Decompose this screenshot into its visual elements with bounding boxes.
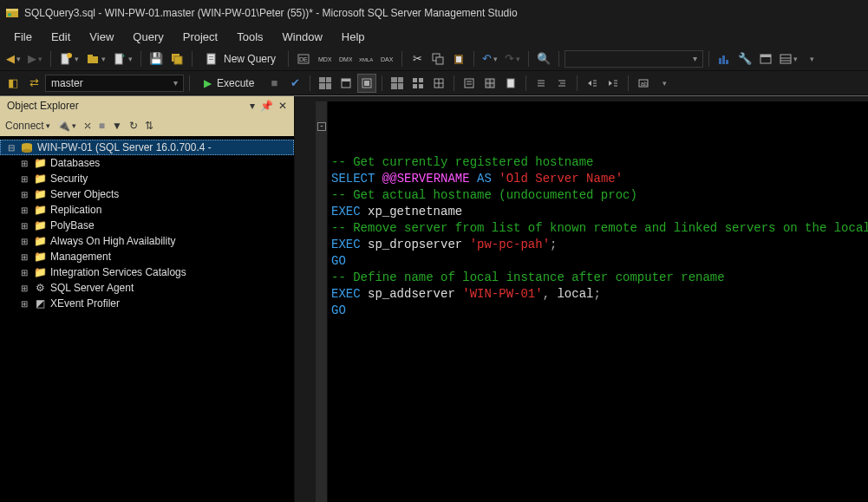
- comment-button[interactable]: [532, 74, 551, 93]
- client-stats-button[interactable]: [429, 74, 448, 93]
- menu-help[interactable]: Help: [333, 28, 374, 46]
- folder-icon: 📁: [33, 188, 47, 200]
- new-item-button[interactable]: ▾: [56, 49, 82, 68]
- results-to-text-button[interactable]: [460, 74, 479, 93]
- use-database-button[interactable]: ◧: [3, 74, 23, 93]
- redo-button[interactable]: ↷▾: [502, 49, 523, 68]
- parse-button[interactable]: ✔: [285, 74, 304, 93]
- estimated-plan-button[interactable]: [316, 74, 335, 93]
- tree-node-label: Replication: [50, 204, 101, 216]
- tree-node-isc[interactable]: ⊞ 📁 Integration Services Catalogs: [0, 264, 294, 280]
- new-query-button[interactable]: New Query: [198, 49, 283, 68]
- menu-query[interactable]: Query: [124, 28, 172, 46]
- svg-text:DAX: DAX: [381, 56, 394, 62]
- separator: [525, 75, 526, 91]
- query-type-buttons: DE MDX DMX XMLA DAX: [294, 49, 396, 68]
- increase-indent-button[interactable]: [604, 74, 623, 93]
- folder-icon: 📁: [33, 173, 47, 185]
- mdx-query-button[interactable]: MDX: [315, 49, 334, 68]
- connect-server-button[interactable]: 🔌▾: [57, 120, 76, 132]
- expand-icon: ⊞: [19, 174, 29, 184]
- tree-node-polybase[interactable]: ⊞ 📁 PolyBase: [0, 218, 294, 233]
- menu-edit[interactable]: Edit: [42, 28, 79, 46]
- uncomment-button[interactable]: [552, 74, 571, 93]
- panel-gutter[interactable]: [295, 96, 316, 502]
- expand-icon: ⊞: [19, 268, 29, 277]
- toolbar2-options-button[interactable]: ▾: [655, 74, 674, 93]
- refresh-button[interactable]: ↻: [129, 120, 138, 132]
- results-to-grid-button[interactable]: [480, 74, 499, 93]
- menu-project[interactable]: Project: [174, 28, 226, 46]
- save-button[interactable]: 💾: [147, 49, 166, 68]
- menu-window[interactable]: Window: [274, 28, 331, 46]
- save-all-button[interactable]: [167, 49, 186, 68]
- copy-button[interactable]: [428, 49, 447, 68]
- template-browser-button[interactable]: [756, 49, 775, 68]
- svg-rect-21: [436, 57, 443, 64]
- search-combo[interactable]: ▾: [565, 50, 703, 68]
- xmla-query-button[interactable]: XMLA: [356, 49, 375, 68]
- tree-node-replication[interactable]: ⊞ 📁 Replication: [0, 202, 294, 218]
- connect-button[interactable]: Connect ▾: [5, 120, 50, 132]
- svg-rect-39: [419, 84, 423, 88]
- tree-node-server-objects[interactable]: ⊞ 📁 Server Objects: [0, 186, 294, 202]
- stop-button[interactable]: ■: [99, 120, 105, 132]
- tree-node-databases[interactable]: ⊞ 📁 Databases: [0, 155, 294, 171]
- paste-button[interactable]: [449, 49, 468, 68]
- properties-button[interactable]: ▾: [777, 49, 800, 68]
- svg-marker-60: [609, 81, 612, 86]
- database-combo[interactable]: master ▾: [45, 75, 184, 92]
- sql-editor[interactable]: - -- Get currently registered hostnameSE…: [316, 101, 868, 502]
- nav-back-button[interactable]: ◀▾: [3, 49, 23, 68]
- menu-file[interactable]: File: [5, 28, 41, 46]
- change-connection-button[interactable]: ⇄: [24, 74, 43, 93]
- editor-margin: -: [316, 101, 328, 502]
- results-to-file-button[interactable]: [501, 74, 520, 93]
- dax-query-button[interactable]: DAX: [377, 49, 396, 68]
- outline-collapse-icon[interactable]: -: [317, 122, 326, 131]
- cancel-query-button[interactable]: ■: [264, 74, 284, 93]
- add-item-button[interactable]: + ▾: [110, 49, 135, 68]
- object-explorer-title: Object Explorer: [7, 100, 79, 112]
- tree-node-alwayson[interactable]: ⊞ 📁 Always On High Availability: [0, 233, 294, 249]
- execute-button[interactable]: ▶ Execute: [195, 74, 263, 93]
- panel-close-button[interactable]: ✕: [278, 100, 287, 112]
- menu-view[interactable]: View: [81, 28, 122, 46]
- specify-values-button[interactable]: ab: [634, 74, 653, 93]
- tree-server-label: WIN-PW-01 (SQL Server 16.0.700.4 -: [37, 141, 212, 153]
- xe-icon: ◩: [33, 297, 47, 310]
- query-options-button[interactable]: [336, 74, 356, 93]
- tree-node-sqlagent[interactable]: ⊞ ⚙ SQL Server Agent: [0, 280, 294, 296]
- dmx-query-button[interactable]: DMX: [336, 49, 355, 68]
- panel-pin-button[interactable]: 📌: [260, 100, 273, 112]
- de-query-button[interactable]: DE: [294, 49, 313, 68]
- nav-forward-button[interactable]: ▶▾: [25, 49, 45, 68]
- find-in-files-button[interactable]: 🔍: [534, 49, 553, 68]
- decrease-indent-button[interactable]: [583, 74, 602, 93]
- tree-server-node[interactable]: ⊟ WIN-PW-01 (SQL Server 16.0.700.4 -: [0, 140, 294, 155]
- activity-monitor-button[interactable]: [715, 49, 734, 68]
- tree-node-management[interactable]: ⊞ 📁 Management: [0, 249, 294, 264]
- object-explorer-panel: Object Explorer ▾ 📌 ✕ Connect ▾ 🔌▾ ⤫ ■ ▼…: [0, 96, 295, 502]
- tree-node-xevent[interactable]: ⊞ ◩ XEvent Profiler: [0, 296, 294, 311]
- live-stats-button[interactable]: [408, 74, 427, 93]
- svg-rect-13: [209, 59, 213, 60]
- expand-icon: ⊞: [19, 159, 29, 168]
- object-explorer-toolbar: Connect ▾ 🔌▾ ⤫ ■ ▼ ↻ ⇅: [0, 115, 294, 136]
- cut-button[interactable]: ✂: [408, 49, 427, 68]
- activity-button[interactable]: ⇅: [145, 120, 153, 132]
- svg-point-4: [67, 53, 72, 58]
- open-project-button[interactable]: ▾: [83, 49, 108, 68]
- filter-button[interactable]: ▼: [112, 120, 122, 132]
- registered-servers-button[interactable]: 🔧: [735, 49, 754, 68]
- disconnect-button[interactable]: ⤫: [83, 120, 92, 132]
- undo-button[interactable]: ↶▾: [480, 49, 500, 68]
- actual-plan-button[interactable]: [388, 74, 407, 93]
- svg-rect-28: [760, 55, 771, 57]
- panel-dropdown-button[interactable]: ▾: [250, 100, 255, 112]
- intellisense-toggle[interactable]: [357, 74, 376, 93]
- toolbar-options-button[interactable]: ▾: [802, 49, 821, 68]
- tree-node-security[interactable]: ⊞ 📁 Security: [0, 171, 294, 186]
- separator: [628, 75, 629, 91]
- menu-tools[interactable]: Tools: [228, 28, 271, 46]
